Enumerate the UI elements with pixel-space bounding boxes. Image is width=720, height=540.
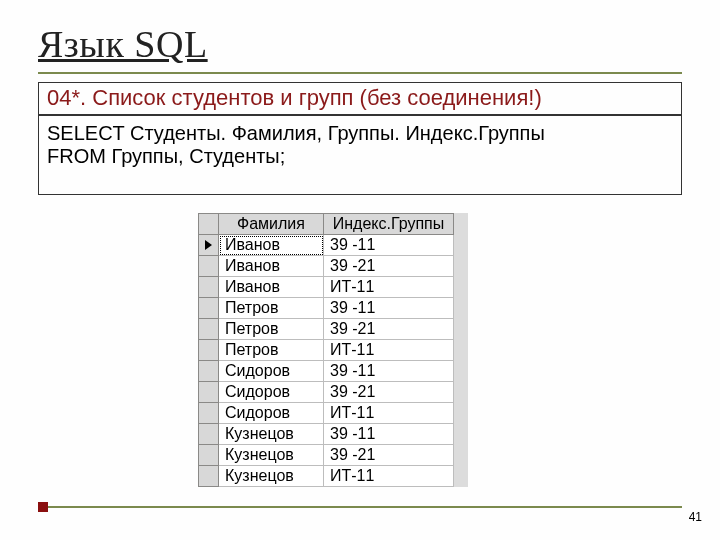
row-selector-handle[interactable]	[199, 277, 219, 298]
row-selector-handle[interactable]	[199, 256, 219, 277]
surname-cell: Петров	[219, 298, 324, 319]
group-cell: 39 -11	[324, 424, 454, 445]
surname-cell: Кузнецов	[219, 445, 324, 466]
group-cell: 39 -11	[324, 361, 454, 382]
surname-cell: Сидоров	[219, 361, 324, 382]
result-grid: Фамилия Индекс.Группы Иванов39 -11Иванов…	[198, 213, 468, 487]
group-cell: 39 -11	[324, 298, 454, 319]
row-selector-handle[interactable]	[199, 235, 219, 256]
table-row: Иванов39 -21	[199, 256, 454, 277]
row-selector-handle[interactable]	[199, 361, 219, 382]
surname-cell: Сидоров	[219, 403, 324, 424]
row-selector-handle[interactable]	[199, 424, 219, 445]
group-cell: ИТ-11	[324, 277, 454, 298]
row-selector-handle[interactable]	[199, 298, 219, 319]
slide-title: Язык SQL	[38, 22, 682, 66]
group-cell: 39 -21	[324, 319, 454, 340]
surname-cell: Кузнецов	[219, 466, 324, 487]
surname-cell: Иванов	[219, 256, 324, 277]
title-underline-rule	[38, 72, 682, 74]
footer-square-icon	[38, 502, 48, 512]
row-selector-handle[interactable]	[199, 445, 219, 466]
footer-rule	[38, 502, 682, 512]
group-cell: 39 -21	[324, 445, 454, 466]
surname-cell: Петров	[219, 319, 324, 340]
table-row: СидоровИТ-11	[199, 403, 454, 424]
group-cell: 39 -21	[324, 256, 454, 277]
table-row: Иванов39 -11	[199, 235, 454, 256]
grid-corner-cell	[199, 214, 219, 235]
surname-cell: Кузнецов	[219, 424, 324, 445]
table-row: Петров39 -11	[199, 298, 454, 319]
table-row: ПетровИТ-11	[199, 340, 454, 361]
table-row: Сидоров39 -11	[199, 361, 454, 382]
row-selector-handle[interactable]	[199, 466, 219, 487]
table-row: Петров39 -21	[199, 319, 454, 340]
row-selector-handle[interactable]	[199, 403, 219, 424]
grid-header-group: Индекс.Группы	[324, 214, 454, 235]
sql-code-box: SELECT Студенты. Фамилия, Группы. Индекс…	[38, 115, 682, 195]
table-row: Кузнецов39 -21	[199, 445, 454, 466]
group-cell: ИТ-11	[324, 466, 454, 487]
row-selector-handle[interactable]	[199, 382, 219, 403]
group-cell: 39 -21	[324, 382, 454, 403]
current-row-arrow-icon	[205, 240, 212, 250]
subtitle-box: 04*. Список студентов и групп (без соеди…	[38, 82, 682, 115]
slide-number: 41	[689, 510, 702, 524]
surname-cell: Петров	[219, 340, 324, 361]
table-row: Сидоров39 -21	[199, 382, 454, 403]
table-row: Кузнецов39 -11	[199, 424, 454, 445]
surname-cell: Сидоров	[219, 382, 324, 403]
surname-cell: Иванов	[219, 235, 324, 256]
table-row: КузнецовИТ-11	[199, 466, 454, 487]
group-cell: ИТ-11	[324, 340, 454, 361]
table-row: ИвановИТ-11	[199, 277, 454, 298]
group-cell: 39 -11	[324, 235, 454, 256]
surname-cell: Иванов	[219, 277, 324, 298]
grid-header-row: Фамилия Индекс.Группы	[199, 214, 454, 235]
group-cell: ИТ-11	[324, 403, 454, 424]
row-selector-handle[interactable]	[199, 319, 219, 340]
footer-line	[48, 506, 682, 508]
row-selector-handle[interactable]	[199, 340, 219, 361]
grid-header-surname: Фамилия	[219, 214, 324, 235]
